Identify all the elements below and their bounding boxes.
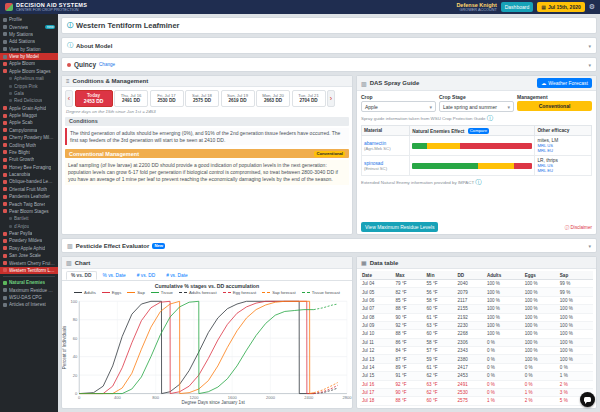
sidebar-item-wsu-das-cpg[interactable]: WSU-DAS CPG: [0, 294, 58, 301]
chevron-down-icon: ▾: [588, 43, 591, 49]
sidebar-item-oblique-banded-leafroller[interactable]: Oblique-banded Leafroller: [0, 178, 58, 185]
carousel-right-arrow[interactable]: ›: [327, 90, 335, 107]
sidebar-item-view-by-station[interactable]: View by Station: [0, 46, 58, 53]
column-date[interactable]: Date: [360, 271, 394, 280]
table-cell: 1 %: [485, 397, 523, 405]
legend-item[interactable]: Adults forecast: [179, 290, 217, 295]
sidebar-item-fire-blight[interactable]: Fire Blight: [0, 149, 58, 156]
sidebar-item-western-cherry-fruit-fly[interactable]: Western Cherry Fruit Fly: [0, 259, 58, 266]
sidebar-item-apple-bloom-stages[interactable]: Apple Bloom Stages: [0, 68, 58, 75]
view-mrl-button[interactable]: View Maximum Residue Levels: [361, 222, 438, 232]
table-cell: 2117: [456, 296, 485, 304]
column-dd[interactable]: DD: [456, 271, 485, 280]
sidebar-item-lacanobia[interactable]: Lacanobia: [0, 171, 58, 178]
crop-select[interactable]: Apple▾: [361, 101, 436, 112]
legend-item[interactable]: Egg forecast: [223, 290, 257, 295]
chart-plot[interactable]: 020406080100040080012001600200024002800D…: [62, 296, 352, 408]
sidebar-item-honey-bee-foraging[interactable]: Honey Bee Foraging: [0, 164, 58, 171]
legend-item[interactable]: Adults: [74, 290, 96, 295]
sidebar-item-san-jose-scale[interactable]: San Jose Scale: [0, 252, 58, 259]
info-icon[interactable]: ⓘ: [67, 21, 73, 30]
sidebar-item-western-tentiform-leafminer[interactable]: Western Tentiform Leafminer: [0, 267, 58, 274]
sidebar-item-articles-of-interest[interactable]: Articles of Interest: [0, 301, 58, 308]
chart-tab-vs-dd[interactable]: % vs. DD: [66, 271, 97, 280]
date-button[interactable]: ▦ Jul 15th, 2020: [537, 2, 585, 12]
sidebar-item-apple-scab[interactable]: Apple Scab: [0, 119, 58, 126]
about-model-panel[interactable]: ⓘ About Model ▾: [61, 37, 597, 54]
carousel-day-tile[interactable]: Fri, Jul 172530 DD: [150, 90, 184, 107]
sidebar-item-red-delicious[interactable]: Red Delicious: [0, 97, 58, 104]
sidebar-item-apple-bloom[interactable]: Apple Bloom: [0, 60, 58, 67]
column-adults[interactable]: Adults: [485, 271, 523, 280]
carousel-today-tile[interactable]: Today 2453 DD: [75, 90, 113, 107]
spray-note-info-icon[interactable]: ⓘ: [487, 115, 493, 121]
sidebar-item-peach-twig-borer[interactable]: Peach Twig Borer: [0, 200, 58, 207]
sidebar-item-pandemis-leafroller[interactable]: Pandemis Leafroller: [0, 193, 58, 200]
disclaimer-link[interactable]: ⓘ Disclaimer: [565, 225, 592, 230]
column-sap[interactable]: Sap: [558, 271, 593, 280]
legend-item[interactable]: Tissue forecast: [302, 290, 340, 295]
carousel-day-tile[interactable]: Mon, Jul 202663 DD: [256, 90, 290, 107]
sidebar-item-gala[interactable]: Gala: [0, 90, 58, 97]
sidebar-item-my-stations[interactable]: My Stations: [0, 31, 58, 38]
gear-icon[interactable]: ⚙: [589, 3, 595, 11]
mrl-link[interactable]: MRL EU: [537, 148, 589, 153]
sidebar-item-campylomma[interactable]: Campylomma: [0, 127, 58, 134]
sidebar-item-aphelinus-mali[interactable]: Aphelinus mali: [0, 75, 58, 82]
station-change-link[interactable]: Change: [99, 62, 115, 67]
chat-button[interactable]: [580, 392, 595, 407]
carousel-day-tile[interactable]: Tue, Jul 212704 DD: [292, 90, 326, 107]
brand[interactable]: DECISION AID SYSTEMS CENTER FOR CROP PRO…: [5, 2, 87, 12]
sidebar-item-add-stations[interactable]: Add Stations: [0, 38, 58, 45]
impact-info-icon[interactable]: ⓘ: [475, 179, 481, 185]
data-table-scroll[interactable]: DateMaxMinDDAdultsEggsSap Jul 0479 °F55 …: [360, 271, 593, 406]
material-link[interactable]: spinosad: [364, 161, 383, 166]
carousel-day-tile[interactable]: Sat, Jul 182575 DD: [185, 90, 219, 107]
mrl-link[interactable]: MRL EU: [537, 168, 589, 173]
sidebar-item-bartlett[interactable]: Bartlett: [0, 215, 58, 222]
sidebar-item-d-anjou[interactable]: d'Anjou: [0, 223, 58, 230]
sidebar-item-apple-maggot[interactable]: Apple Maggot: [0, 112, 58, 119]
sidebar-item-cripps-pink[interactable]: Cripps Pink: [0, 82, 58, 89]
chart-tab-vs-date[interactable]: % vs. Date: [98, 271, 131, 280]
material-link[interactable]: abamectin: [364, 141, 386, 146]
legend-item[interactable]: Eggs: [102, 290, 122, 295]
legend-marker: [74, 292, 82, 293]
management-toggle-button[interactable]: Conventional: [517, 101, 592, 111]
pesticide-evaluator-panel[interactable]: ▥ Pesticide Effect Evaluator New ▾: [61, 238, 597, 253]
table-cell: Jul 07: [360, 305, 394, 313]
sidebar-item-overview[interactable]: Overviewnew: [0, 23, 58, 30]
sidebar-item-codling-moth[interactable]: Codling Moth: [0, 141, 58, 148]
sidebar-item-natural-enemies[interactable]: Natural Enemies: [0, 279, 58, 286]
column-eggs[interactable]: Eggs: [523, 271, 558, 280]
weather-forecast-button[interactable]: ☁ Weather Forecast: [537, 78, 592, 88]
chart-tab-vs-date[interactable]: # vs. Date: [161, 271, 193, 280]
sidebar-item-maximum-residue-levels[interactable]: Maximum Residue Levels: [0, 287, 58, 294]
sidebar-item-profile[interactable]: Profile: [0, 16, 58, 23]
sidebar-item-powdery-mildew[interactable]: Powdery Mildew: [0, 237, 58, 244]
sidebar-item-pear-bloom-stages[interactable]: Pear Bloom Stages: [0, 208, 58, 215]
carousel-day-tile[interactable]: Thu, Jul 162491 DD: [114, 90, 148, 107]
legend-item[interactable]: Tissue: [151, 290, 173, 295]
column-min[interactable]: Min: [425, 271, 456, 280]
sidebar-item-fruit-growth[interactable]: Fruit Growth: [0, 156, 58, 163]
legend-item[interactable]: Sap: [127, 290, 144, 295]
sidebar-item-pear-psylla[interactable]: Pear Psylla: [0, 230, 58, 237]
sidebar-item-apple-grain-aphid[interactable]: Apple Grain Aphid: [0, 105, 58, 112]
chart-legend: AdultsEggsSapTissueAdults forecastEgg fo…: [62, 289, 352, 296]
chart-tab-vs-dd[interactable]: # vs. DD: [132, 271, 160, 280]
column-max[interactable]: Max: [394, 271, 425, 280]
sidebar-item-cherry-powdery-mildew[interactable]: Cherry Powdery Mildew: [0, 134, 58, 141]
sidebar-item-rosy-apple-aphid[interactable]: Rosy Apple Aphid: [0, 245, 58, 252]
carousel-day-tile[interactable]: Sun, Jul 192619 DD: [221, 90, 255, 107]
legend-label: Egg forecast: [233, 290, 257, 295]
carousel-left-arrow[interactable]: ‹: [65, 90, 73, 107]
crop-stage-select[interactable]: Late spring and summer▾: [439, 101, 514, 112]
user-menu[interactable]: Defense Knight GROWER ACCOUNT: [456, 2, 496, 12]
legend-item[interactable]: Sap forecast: [262, 290, 296, 295]
compare-button[interactable]: Compare: [468, 128, 489, 134]
sidebar-item-label: WSU-DAS CPG: [9, 295, 42, 300]
dashboard-button[interactable]: Dashboard: [501, 2, 533, 12]
sidebar-item-view-by-model[interactable]: View by Model: [0, 53, 58, 60]
sidebar-item-oriental-fruit-moth[interactable]: Oriental Fruit Moth: [0, 186, 58, 193]
